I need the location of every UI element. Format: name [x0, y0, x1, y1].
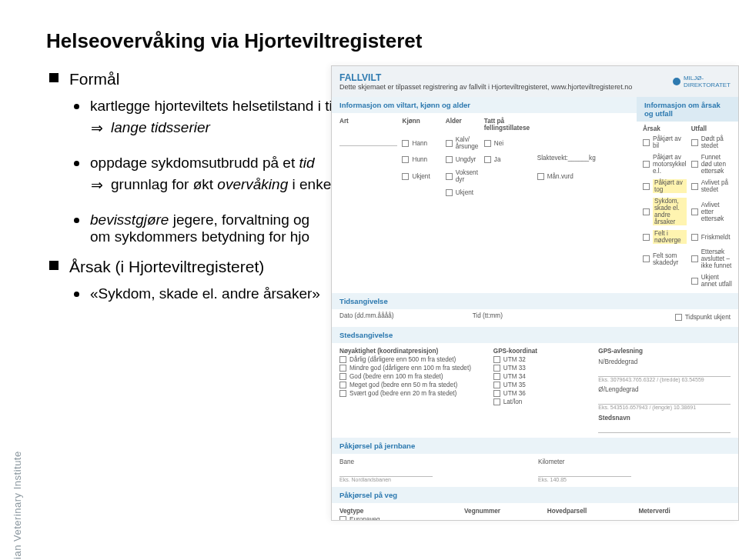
square-bullet-icon	[49, 73, 59, 82]
dot-bullet-icon	[74, 218, 79, 223]
square-bullet-icon	[49, 261, 59, 270]
section-sted: Stedsangivelse	[332, 327, 738, 343]
tid-row: Dato (dd.mm.åååå) Tid (tt:mm) Tidspunkt …	[332, 309, 738, 327]
highlight-pakjort-tog: Påkjørt av tog	[653, 179, 687, 193]
info-grid: Art Kjønn Alder Tatt på fellingstillates…	[332, 113, 637, 204]
section-jernbane: Påkjørsel på jernbane	[332, 438, 738, 454]
jernbane-row: BaneEks. Nordlandsbanen KilometerEks. 14…	[332, 454, 738, 487]
arrow-icon: ⇒	[91, 119, 103, 138]
sidebar-institute-label: Norwegian Veterinary Institute	[12, 451, 23, 560]
agency-logo: MILJØ- DIREKTORATET	[673, 72, 731, 91]
sub-label: oppdage sykdomsutbrudd på et tid	[90, 155, 315, 172]
logo-icon	[673, 78, 680, 85]
sub-label: bevisstgjøre jegere, forvaltning og om s…	[90, 212, 309, 245]
outline-item-label: Årsak (i Hjorteviltregisteret)	[69, 258, 264, 276]
dot-bullet-icon	[74, 292, 79, 297]
section-veg: Påkjørsel på veg	[332, 487, 738, 503]
section-arsak: Informasjon om årsak og utfall	[637, 97, 738, 122]
arrow-label: lange tidsserier	[111, 119, 210, 136]
sted-grid: Nøyaktighet (koordinatpresisjon) Dårlig …	[332, 343, 738, 438]
section-tid: Tidsangivelse	[332, 293, 738, 309]
outline-item-label: Formål	[69, 70, 119, 88]
highlight-sykdom: Sykdom, skade el. andre årsaker	[653, 198, 687, 225]
sidebar: Norwegian Veterinary Institute	[0, 0, 35, 560]
arrow-icon: ⇒	[91, 176, 103, 195]
form-brand: FALLVILT	[339, 72, 632, 83]
fallvilt-form-overlay: FALLVILT Dette skjemaet er tilpasset reg…	[331, 65, 739, 521]
dot-bullet-icon	[74, 104, 79, 109]
veg-grid: Vegtype Europaveg Fylkesveg Kommunal veg…	[332, 503, 738, 521]
sub-label: «Sykdom, skade el. andre årsaker»	[90, 285, 320, 302]
form-subtitle: Dette skjemaet er tilpasset registrering…	[339, 83, 632, 91]
highlight-nodverge: Felt i nødverge	[653, 230, 687, 244]
section-info: Informasjon om viltart, kjønn og alder	[332, 97, 637, 113]
page-title: Helseovervåking via Hjorteviltregisteret	[46, 29, 724, 53]
arrow-label: grunnlag for økt overvåking i enke	[111, 176, 331, 193]
form-header: FALLVILT Dette skjemaet er tilpasset reg…	[332, 66, 738, 97]
dot-bullet-icon	[74, 161, 79, 166]
